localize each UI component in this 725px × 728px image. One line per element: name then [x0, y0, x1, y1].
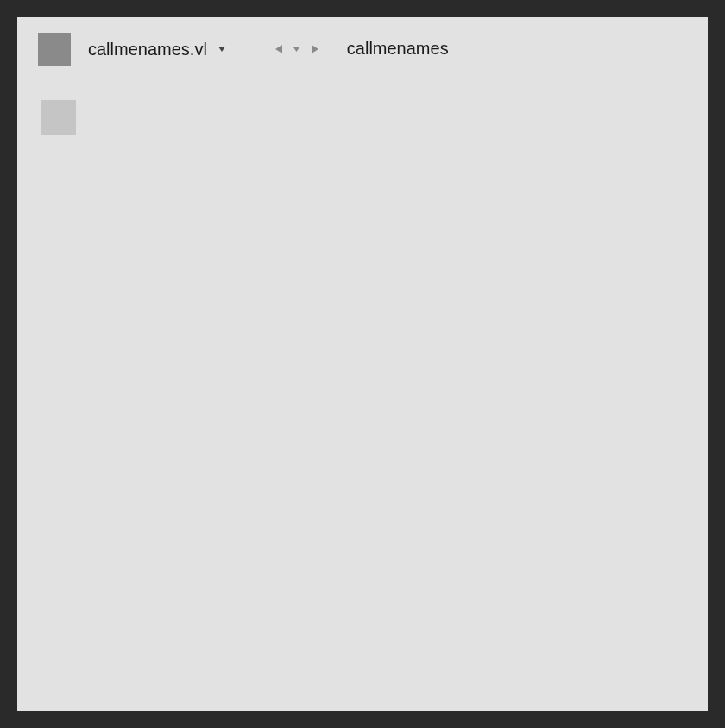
document-icon[interactable]: [38, 33, 71, 66]
header-bar: callmenames.vl callmenames: [17, 17, 708, 66]
document-title[interactable]: callmenames.vl: [88, 40, 207, 60]
node-placeholder[interactable]: [41, 100, 76, 135]
nav-back-button[interactable]: [269, 40, 288, 59]
patch-canvas[interactable]: [17, 66, 708, 135]
nav-history-dropdown-icon[interactable]: [292, 44, 302, 54]
nav-forward-button[interactable]: [306, 40, 325, 59]
document-dropdown-icon[interactable]: [216, 43, 228, 55]
patch-name[interactable]: callmenames: [347, 39, 449, 60]
app-window: callmenames.vl callmenames: [17, 17, 708, 711]
nav-group: [269, 40, 325, 59]
